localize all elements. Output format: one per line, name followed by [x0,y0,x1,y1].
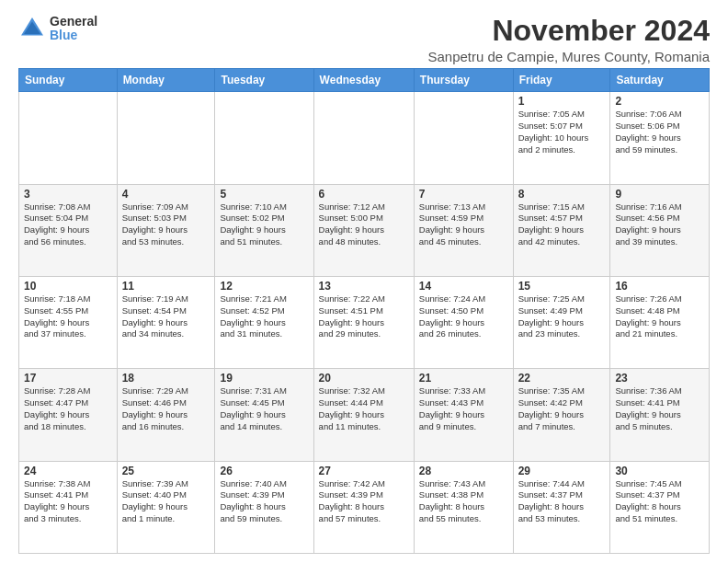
day-number: 25 [122,465,210,477]
location-subtitle: Sanpetru de Campie, Mures County, Romani… [427,49,710,64]
logo: General Blue [18,15,97,43]
day-cell: 19Sunrise: 7:31 AMSunset: 4:45 PMDayligh… [215,369,313,461]
page: General Blue November 2024 Sanpetru de C… [0,0,728,563]
day-info: Sunrise: 7:31 AMSunset: 4:45 PMDaylight:… [220,385,308,432]
logo-icon [18,15,46,42]
day-cell: 3Sunrise: 7:08 AMSunset: 5:04 PMDaylight… [19,184,118,276]
day-number: 18 [122,372,210,385]
day-info: Sunrise: 7:08 AMSunset: 5:04 PMDaylight:… [24,201,112,248]
col-saturday: Saturday [610,69,710,92]
day-cell: 25Sunrise: 7:39 AMSunset: 4:40 PMDayligh… [117,461,215,553]
week-row-4: 17Sunrise: 7:28 AMSunset: 4:47 PMDayligh… [19,369,710,461]
day-number: 28 [419,465,508,477]
day-info: Sunrise: 7:09 AMSunset: 5:03 PMDaylight:… [122,201,210,248]
month-title: November 2024 [427,15,710,47]
day-cell: 27Sunrise: 7:42 AMSunset: 4:39 PMDayligh… [313,461,414,553]
day-cell [215,92,313,184]
day-cell [19,92,118,184]
day-info: Sunrise: 7:43 AMSunset: 4:38 PMDaylight:… [419,478,508,525]
day-info: Sunrise: 7:24 AMSunset: 4:50 PMDaylight:… [419,293,508,340]
day-cell: 11Sunrise: 7:19 AMSunset: 4:54 PMDayligh… [117,276,215,368]
day-number: 3 [24,188,112,201]
day-cell: 24Sunrise: 7:38 AMSunset: 4:41 PMDayligh… [19,461,118,553]
day-cell: 2Sunrise: 7:06 AMSunset: 5:06 PMDaylight… [610,92,710,184]
day-number: 19 [220,372,308,385]
day-cell: 18Sunrise: 7:29 AMSunset: 4:46 PMDayligh… [117,369,215,461]
day-cell: 6Sunrise: 7:12 AMSunset: 5:00 PMDaylight… [313,184,414,276]
day-info: Sunrise: 7:18 AMSunset: 4:55 PMDaylight:… [24,293,112,340]
week-row-2: 3Sunrise: 7:08 AMSunset: 5:04 PMDaylight… [19,184,710,276]
day-cell: 29Sunrise: 7:44 AMSunset: 4:37 PMDayligh… [513,461,610,553]
day-cell [313,92,414,184]
day-number: 10 [24,280,112,293]
day-info: Sunrise: 7:13 AMSunset: 4:59 PMDaylight:… [419,201,508,248]
day-info: Sunrise: 7:10 AMSunset: 5:02 PMDaylight:… [220,201,308,248]
day-cell: 17Sunrise: 7:28 AMSunset: 4:47 PMDayligh… [19,369,118,461]
day-info: Sunrise: 7:06 AMSunset: 5:06 PMDaylight:… [615,109,704,155]
day-number: 7 [419,188,508,201]
day-cell: 23Sunrise: 7:36 AMSunset: 4:41 PMDayligh… [610,369,710,461]
day-number: 26 [220,465,308,477]
day-cell: 28Sunrise: 7:43 AMSunset: 4:38 PMDayligh… [414,461,513,553]
day-cell: 15Sunrise: 7:25 AMSunset: 4:49 PMDayligh… [513,276,610,368]
day-number: 23 [615,372,704,385]
day-cell: 22Sunrise: 7:35 AMSunset: 4:42 PMDayligh… [513,369,610,461]
day-number: 9 [615,188,704,201]
day-info: Sunrise: 7:05 AMSunset: 5:07 PMDaylight:… [518,109,606,155]
logo-text: General Blue [50,15,97,43]
day-number: 5 [220,188,308,201]
day-info: Sunrise: 7:28 AMSunset: 4:47 PMDaylight:… [24,385,112,432]
day-info: Sunrise: 7:32 AMSunset: 4:44 PMDaylight:… [319,385,409,432]
day-info: Sunrise: 7:39 AMSunset: 4:40 PMDaylight:… [122,478,210,525]
day-info: Sunrise: 7:15 AMSunset: 4:57 PMDaylight:… [518,201,606,248]
day-number: 13 [319,280,409,293]
day-number: 22 [518,372,606,385]
col-sunday: Sunday [19,69,118,92]
calendar: Sunday Monday Tuesday Wednesday Thursday… [18,68,710,554]
title-section: November 2024 Sanpetru de Campie, Mures … [427,15,710,64]
day-info: Sunrise: 7:19 AMSunset: 4:54 PMDaylight:… [122,293,210,340]
day-number: 27 [319,465,409,477]
week-row-1: 1Sunrise: 7:05 AMSunset: 5:07 PMDaylight… [19,92,710,184]
day-cell: 14Sunrise: 7:24 AMSunset: 4:50 PMDayligh… [414,276,513,368]
col-wednesday: Wednesday [313,69,414,92]
header: General Blue November 2024 Sanpetru de C… [18,15,710,64]
day-number: 2 [615,95,704,108]
day-cell: 30Sunrise: 7:45 AMSunset: 4:37 PMDayligh… [610,461,710,553]
day-info: Sunrise: 7:21 AMSunset: 4:52 PMDaylight:… [220,293,308,340]
day-cell: 9Sunrise: 7:16 AMSunset: 4:56 PMDaylight… [610,184,710,276]
day-number: 16 [615,280,704,293]
day-number: 8 [518,188,606,201]
col-friday: Friday [513,69,610,92]
day-number: 24 [24,465,112,477]
week-row-3: 10Sunrise: 7:18 AMSunset: 4:55 PMDayligh… [19,276,710,368]
day-number: 15 [518,280,606,293]
calendar-header-row: Sunday Monday Tuesday Wednesday Thursday… [19,69,710,92]
day-cell: 12Sunrise: 7:21 AMSunset: 4:52 PMDayligh… [215,276,313,368]
day-info: Sunrise: 7:35 AMSunset: 4:42 PMDaylight:… [518,385,606,432]
logo-general: General [50,15,97,29]
day-number: 4 [122,188,210,201]
day-cell: 7Sunrise: 7:13 AMSunset: 4:59 PMDaylight… [414,184,513,276]
day-number: 6 [319,188,409,201]
day-info: Sunrise: 7:40 AMSunset: 4:39 PMDaylight:… [220,478,308,525]
day-number: 11 [122,280,210,293]
col-thursday: Thursday [414,69,513,92]
day-info: Sunrise: 7:22 AMSunset: 4:51 PMDaylight:… [319,293,409,340]
calendar-table: Sunday Monday Tuesday Wednesday Thursday… [18,68,710,554]
day-info: Sunrise: 7:29 AMSunset: 4:46 PMDaylight:… [122,385,210,432]
day-info: Sunrise: 7:33 AMSunset: 4:43 PMDaylight:… [419,385,508,432]
day-cell [414,92,513,184]
day-number: 20 [319,372,409,385]
day-number: 29 [518,465,606,477]
day-number: 14 [419,280,508,293]
day-cell: 4Sunrise: 7:09 AMSunset: 5:03 PMDaylight… [117,184,215,276]
day-cell: 13Sunrise: 7:22 AMSunset: 4:51 PMDayligh… [313,276,414,368]
day-number: 12 [220,280,308,293]
day-info: Sunrise: 7:16 AMSunset: 4:56 PMDaylight:… [615,201,704,248]
day-info: Sunrise: 7:25 AMSunset: 4:49 PMDaylight:… [518,293,606,340]
day-info: Sunrise: 7:44 AMSunset: 4:37 PMDaylight:… [518,478,606,525]
day-info: Sunrise: 7:36 AMSunset: 4:41 PMDaylight:… [615,385,704,432]
day-number: 1 [518,95,606,108]
day-number: 17 [24,372,112,385]
